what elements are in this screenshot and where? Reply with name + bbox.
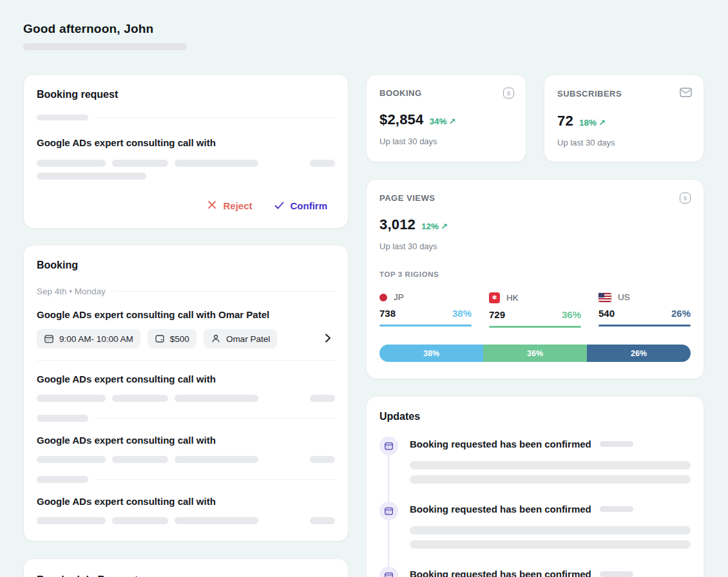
region-code: HK xyxy=(506,293,519,303)
person-chip-label: Omar Patel xyxy=(226,334,270,344)
skeleton-pill xyxy=(112,456,168,463)
page-views-label: PAGE VIEWS xyxy=(379,193,435,203)
booking-entry-title: Google ADs expert consulting call with O… xyxy=(37,309,335,320)
chevron-right-icon[interactable] xyxy=(322,331,334,347)
update-item: Booking requested has been confirmed xyxy=(379,567,691,577)
updates-title: Updates xyxy=(379,411,691,422)
update-item: Booking requested has been confirmed xyxy=(379,437,691,484)
divider xyxy=(95,117,335,118)
stacked-bar-segment-us: 26% xyxy=(587,345,691,362)
update-item-text: Booking requested has been confirmed xyxy=(410,569,591,577)
price-chip: $500 xyxy=(148,329,196,348)
region-code: US xyxy=(618,292,630,302)
skeleton-pill xyxy=(175,456,258,463)
region-jp: JP 738 38% xyxy=(379,292,472,328)
page-views-value: 3,012 xyxy=(379,216,416,233)
check-icon xyxy=(274,200,284,211)
skeleton-pill xyxy=(37,456,106,463)
trend-up-icon xyxy=(439,222,448,231)
booking-request-item-title: Google ADs expert consulting call with xyxy=(37,137,335,148)
region-underline xyxy=(379,325,472,326)
subscribers-stat-delta: 18% xyxy=(579,118,606,128)
dashboard-page: Good afternoon, John Booking request Goo… xyxy=(0,0,728,577)
booking-entry[interactable]: Google ADs expert consulting call with O… xyxy=(37,309,335,348)
subscribers-stat-sub: Up last 30 days xyxy=(557,138,692,147)
page-title: Good afternoon, John xyxy=(23,0,704,36)
updates-card: Updates Booking requested h xyxy=(366,396,704,577)
skeleton-bar xyxy=(410,540,691,549)
skeleton-bar xyxy=(410,475,691,484)
booking-stat-card: BOOKING $2,854 34% Up last 30 days xyxy=(366,74,526,162)
updates-timeline: Booking requested has been confirmed xyxy=(379,437,691,577)
divider xyxy=(37,360,335,361)
top-regions-title: TOP 3 RIGIONS xyxy=(379,270,691,278)
skeleton-pill xyxy=(600,506,633,512)
reject-label: Reject xyxy=(223,200,252,211)
dollar-squircle-icon xyxy=(503,88,514,99)
skeleton-pill xyxy=(175,517,258,524)
booking-entry-pending: Google ADs expert consulting call with xyxy=(37,435,335,483)
region-underline xyxy=(599,325,691,326)
us-flag-icon xyxy=(599,293,611,302)
divider xyxy=(113,291,335,292)
booking-stat-label: BOOKING xyxy=(379,88,422,98)
booking-request-title: Booking request xyxy=(37,89,335,100)
skeleton-pill xyxy=(37,160,106,167)
calendar-badge-icon xyxy=(379,567,398,577)
update-item-text: Booking requested has been confirmed xyxy=(410,504,591,515)
booking-entry-title: Google ADs expert consulting call with xyxy=(37,374,335,384)
skeleton-pill xyxy=(37,517,106,524)
region-us: US 540 26% xyxy=(599,292,691,328)
envelope-icon xyxy=(680,88,692,100)
region-percent: 26% xyxy=(671,308,691,319)
greeting-skeleton xyxy=(23,43,187,50)
region-code: JP xyxy=(394,292,404,302)
skeleton-pill xyxy=(175,160,258,167)
skeleton-pill xyxy=(37,173,146,180)
reschedule-requests-title: Reschedule Requests xyxy=(37,574,335,577)
region-value: 540 xyxy=(599,308,615,319)
person-chip: Omar Patel xyxy=(204,329,277,348)
page-views-sub: Up last 30 days xyxy=(379,241,691,251)
booking-entry-pending: Google ADs expert consulting call with xyxy=(37,496,335,524)
trend-up-icon xyxy=(597,118,606,128)
confirm-button[interactable]: Confirm xyxy=(274,200,328,211)
skeleton-pill xyxy=(37,476,88,483)
skeleton-pill xyxy=(112,517,168,524)
skeleton-pill xyxy=(112,395,168,402)
booking-entry-title: Google ADs expert consulting call with xyxy=(37,496,335,507)
region-percent: 38% xyxy=(452,308,472,319)
region-percent: 36% xyxy=(562,309,581,320)
reschedule-requests-card: Reschedule Requests xyxy=(23,558,349,577)
subscribers-stat-value: 72 xyxy=(557,113,573,129)
region-hk: HK 729 36% xyxy=(489,292,581,328)
confirm-label: Confirm xyxy=(291,200,328,211)
booking-card: Booking Sep 4th • Monday Google ADs expe… xyxy=(23,245,349,542)
booking-stat-delta: 34% xyxy=(430,117,456,126)
region-underline xyxy=(489,326,581,328)
reject-button[interactable]: Reject xyxy=(207,200,252,211)
skeleton-pill xyxy=(310,395,335,402)
update-item-text: Booking requested has been confirmed xyxy=(410,439,591,449)
trend-up-icon xyxy=(447,117,456,126)
booking-stat-value: $2,854 xyxy=(379,111,424,128)
booking-entry-pending: Google ADs expert consulting call with xyxy=(37,374,335,422)
skeleton-pill xyxy=(310,517,335,524)
region-value: 738 xyxy=(379,308,396,319)
booking-stat-sub: Up last 30 days xyxy=(379,137,514,146)
skeleton-pill xyxy=(37,115,88,120)
booking-date-label: Sep 4th • Monday xyxy=(37,287,106,296)
skeleton-pill xyxy=(37,415,88,422)
wallet-icon xyxy=(155,334,165,344)
hongkong-flag-icon xyxy=(489,292,500,303)
page-views-card: PAGE VIEWS 3,012 12% Up last 30 days TOP… xyxy=(366,179,704,379)
calendar-icon xyxy=(44,334,54,344)
subscribers-stat-label: SUBSCRIBERS xyxy=(557,89,622,99)
page-views-delta: 12% xyxy=(421,222,448,231)
subscribers-stat-card: SUBSCRIBERS 72 18% Up last 30 days xyxy=(544,74,704,162)
skeleton-pill xyxy=(37,395,106,402)
calendar-badge-icon xyxy=(379,502,398,520)
calendar-badge-icon xyxy=(379,437,398,455)
stacked-bar-segment-jp: 38% xyxy=(379,345,483,362)
skeleton-pill xyxy=(112,160,168,167)
